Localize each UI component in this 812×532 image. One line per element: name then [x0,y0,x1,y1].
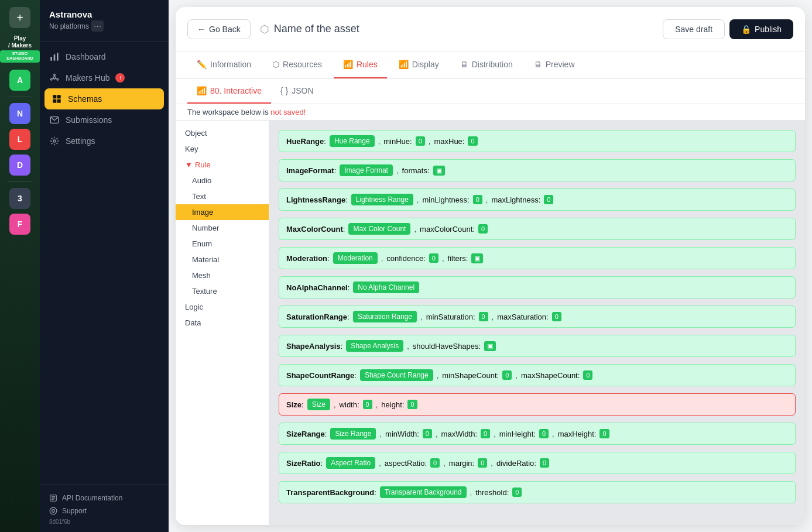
tree-text[interactable]: Text [176,188,269,204]
svg-point-21 [52,510,55,513]
tree-material[interactable]: Material [176,252,269,267]
rule-value[interactable]: 0 [430,458,440,468]
rule-block-maxcolorcount[interactable]: MaxColorCount:Max Color Count,maxColorCo… [279,218,796,240]
avatar-d[interactable]: D [9,155,30,176]
rule-value[interactable]: 0 [423,429,432,438]
rule-tag: Aspect Ratio [326,457,375,469]
nav-item-makers-hub[interactable]: Makers Hub ! [40,67,169,88]
tree-enum[interactable]: Enum [176,236,269,252]
nav-item-settings[interactable]: Settings [40,131,169,152]
chevron-down-icon: ▼ [185,160,193,169]
info-icon: ✏️ [197,60,207,69]
tab-resources[interactable]: ⬡ Resources [263,52,331,78]
svg-rect-2 [57,53,59,60]
rule-block-shapeanalysis[interactable]: ShapeAnalysis:Shape Analysis,shouldHaveS… [279,335,796,357]
tree-key[interactable]: Key [176,141,269,157]
rule-value[interactable]: 0 [478,224,488,234]
tree-data[interactable]: Data [176,315,269,331]
rule-tag: Max Color Count [348,223,410,235]
rule-value[interactable]: 0 [502,370,512,380]
tree-panel: Object Key ▼ Rule Audio Text Image Numbe… [176,121,269,525]
rule-value[interactable]: 0 [540,458,549,468]
rule-value[interactable]: 0 [473,195,482,204]
rule-value[interactable]: 0 [478,458,487,468]
rule-block-moderation[interactable]: Moderation:Moderation,confidence:0,filte… [279,247,796,269]
rule-tag: Transparent Background [380,486,467,498]
nav-item-dashboard[interactable]: Dashboard [40,46,169,67]
rule-block-transparentbackground[interactable]: TransparentBackground:Transparent Backgr… [279,481,796,503]
rule-block-lightnessrange[interactable]: LightnessRange:Lightness Range,minLightn… [279,188,796,211]
rule-value[interactable]: ▣ [433,166,445,176]
rule-value[interactable]: 0 [481,429,490,438]
rule-value[interactable]: 0 [512,488,522,497]
tree-rule[interactable]: ▼ Rule [176,157,269,173]
avatar-3[interactable]: 3 [9,188,30,209]
preview-icon: 🖥 [534,60,542,69]
rule-block-shapecountrange[interactable]: ShapeCountRange:Shape Count Range,minSha… [279,364,796,386]
header-actions: Save draft 🔒 Publish [663,19,793,39]
nav-item-submissions[interactable]: Submissions [40,109,169,131]
rule-value[interactable]: 0 [599,429,609,438]
tree-audio[interactable]: Audio [176,173,269,188]
add-button[interactable]: + [9,7,30,28]
rule-value[interactable]: 0 [539,429,549,438]
rule-tag: No Alpha Channel [353,282,419,293]
tree-texture[interactable]: Texture [176,283,269,299]
tab-display[interactable]: 📶 Display [389,52,448,78]
nav-footer: API Documentation Support 8d01f6b [40,484,169,532]
support-link[interactable]: Support [49,504,159,517]
rule-value[interactable]: 0 [416,136,425,146]
subtab-json[interactable]: { } JSON [271,79,323,104]
rule-block-saturationrange[interactable]: SaturationRange:Saturation Range,minSatu… [279,306,796,328]
rule-block-sizeratio[interactable]: SizeRatio:Aspect Ratio,aspectRatio:0,mar… [279,452,796,474]
back-button[interactable]: ← Go Back [187,19,251,39]
rule-value[interactable]: 0 [583,370,592,380]
submissions-icon [49,115,60,125]
svg-point-4 [54,74,56,75]
rule-tag: Size Range [330,428,376,440]
rule-block-size[interactable]: Size:Size,width:0,height:0 [279,393,796,416]
tree-object[interactable]: Object [176,125,269,141]
rule-tag: Image Format [340,164,393,176]
avatar-n[interactable]: N [9,103,30,124]
tab-preview[interactable]: 🖥 Preview [525,52,584,78]
svg-rect-10 [53,95,56,98]
rule-value[interactable]: 0 [363,400,372,409]
interactive-icon: 📶 [197,86,207,95]
rule-value[interactable]: 0 [407,400,417,409]
divider-2 [8,181,32,182]
tree-logic[interactable]: Logic [176,299,269,315]
main-card: ← Go Back ⬡ Name of the asset Save draft… [176,7,805,525]
tab-information[interactable]: ✏️ Information [187,52,261,78]
settings-icon [49,136,60,146]
svg-rect-11 [57,95,61,98]
tree-image[interactable]: Image [176,204,269,220]
save-draft-button[interactable]: Save draft [663,19,725,39]
tree-mesh[interactable]: Mesh [176,267,269,283]
publish-button[interactable]: 🔒 Publish [729,19,793,39]
rule-value[interactable]: 0 [429,253,438,263]
nav-dots-button[interactable]: ⋯ [91,20,104,32]
avatar-l[interactable]: L [9,129,30,150]
logo: Play/ Makers STUDIO DASHBOARD [0,35,40,63]
rule-block-sizerange[interactable]: SizeRange:Size Range,minWidth:0,maxWidth… [279,423,796,445]
avatar-a[interactable]: A [9,70,30,91]
resources-icon: ⬡ [272,60,279,69]
rule-value[interactable]: 0 [479,312,488,321]
tabs-row: ✏️ Information ⬡ Resources 📶 Rules 📶 Dis… [176,52,805,79]
rule-value[interactable]: 0 [552,312,561,321]
subtab-interactive[interactable]: 📶 80. Interactive [187,79,271,104]
rule-block-noalphachannel[interactable]: NoAlphaChannel:No Alpha Channel [279,276,796,298]
rule-block-huerange[interactable]: HueRange:Hue Range,minHue:0,maxHue:0 [279,130,796,152]
rule-value[interactable]: ▣ [484,341,496,351]
rule-block-imageformat[interactable]: ImageFormat:Image Format,formats:▣ [279,159,796,181]
rule-value[interactable]: 0 [468,136,477,146]
avatar-f[interactable]: F [9,214,30,235]
tab-rules[interactable]: 📶 Rules [334,52,387,78]
rule-value[interactable]: ▣ [471,253,483,263]
tab-distribution[interactable]: 🖥 Distribution [451,52,522,78]
api-doc-link[interactable]: API Documentation [49,492,159,504]
tree-number[interactable]: Number [176,220,269,236]
nav-item-schemas[interactable]: Schemas [44,88,164,109]
rule-value[interactable]: 0 [544,195,553,204]
